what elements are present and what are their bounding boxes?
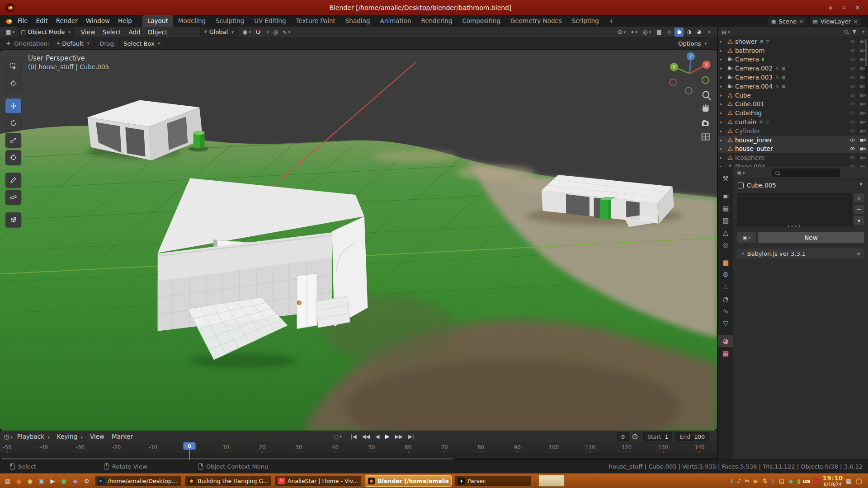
notes-icon[interactable]: ▦ xyxy=(846,478,851,484)
properties-editor-type-dropdown[interactable]: ≣▾ xyxy=(737,169,745,176)
disable-in-renders-toggle[interactable] xyxy=(860,136,866,144)
properties-tab-data[interactable]: ▽ xyxy=(718,317,733,329)
window-close-button[interactable]: × xyxy=(854,4,862,12)
disclosure-triangle-icon[interactable]: ▸ xyxy=(720,155,725,160)
hide-in-viewport-toggle[interactable] xyxy=(849,109,855,117)
properties-tab-render[interactable]: ▣ xyxy=(718,190,733,202)
material-slot-list[interactable]: •••• xyxy=(737,193,852,227)
pin-icon[interactable] xyxy=(859,182,863,189)
filter-icon[interactable] xyxy=(852,29,857,34)
properties-tab-object[interactable]: ■ xyxy=(718,256,733,268)
menu-window[interactable]: Window xyxy=(82,15,114,27)
outliner-item-camera-003[interactable]: ▸Camera.003∿▤ xyxy=(718,73,868,82)
gizmo-neg-z-ball[interactable] xyxy=(685,87,692,94)
timeline-menu-keying[interactable]: Keying ▾ xyxy=(53,433,86,440)
timeline-editor-type-dropdown[interactable]: ◷▾ xyxy=(4,433,13,440)
docked-widget[interactable] xyxy=(538,475,565,487)
music-icon[interactable]: ♪ xyxy=(737,478,741,484)
hide-in-viewport-toggle[interactable] xyxy=(849,154,855,161)
disable-in-renders-toggle[interactable] xyxy=(860,163,866,167)
workspace-tab-uv-editing[interactable]: UV Editing xyxy=(249,15,291,27)
hide-in-viewport-toggle[interactable] xyxy=(849,163,855,167)
outliner-item-plane-004[interactable]: ▸Plane.004 xyxy=(718,162,868,167)
snap-settings-dropdown[interactable]: ▾ xyxy=(263,28,271,37)
xray-toggle[interactable]: ▩ xyxy=(654,28,664,37)
disclosure-triangle-icon[interactable]: ▸ xyxy=(720,66,725,70)
properties-tab-particles[interactable]: ∴ xyxy=(718,281,733,293)
outliner-item-house-inner[interactable]: ▸house_inner xyxy=(718,136,868,145)
shading-rendered-button[interactable]: ◕ xyxy=(694,28,703,37)
timeline-channel-area[interactable] xyxy=(0,453,717,460)
menu-help[interactable]: Help xyxy=(114,15,136,27)
menu-file[interactable]: File xyxy=(14,15,32,27)
disclosure-triangle-icon[interactable]: ▸ xyxy=(720,57,725,61)
move-tool-icon[interactable] xyxy=(5,99,21,113)
workspace-tab-compositing[interactable]: Compositing xyxy=(457,15,505,27)
taskbar-window--home-amalie-desktop-[interactable]: >_/home/amalie/Desktop... xyxy=(95,475,182,487)
outliner-item-cubefog[interactable]: ▸CubeFog xyxy=(718,108,868,117)
green-cylinder[interactable] xyxy=(193,131,205,148)
properties-search-box[interactable] xyxy=(772,169,840,177)
play-button[interactable]: ▶ xyxy=(382,432,392,441)
app-menu-icon[interactable]: ▦ xyxy=(2,475,13,487)
select-box-tool-icon[interactable] xyxy=(5,59,21,74)
workspace-tab-geometry-nodes[interactable]: Geometry Nodes xyxy=(505,15,567,27)
outliner-item-cube[interactable]: ▸Cube xyxy=(718,91,868,100)
scene-unlink-icon[interactable]: × xyxy=(799,19,803,24)
outliner-item-camera[interactable]: ▸Camera▮ xyxy=(718,55,868,64)
timeline-ruler[interactable]: -50-40-30-20-100102030405060708090100110… xyxy=(0,442,717,453)
properties-tab-view-layer[interactable]: ▧ xyxy=(718,214,733,226)
play-reverse-button[interactable]: ◀ xyxy=(373,432,382,441)
outliner-item-camera-002[interactable]: ▸Camera.002∿▤ xyxy=(718,64,868,73)
window-menu-button[interactable]: ≡ xyxy=(840,4,848,12)
editor-type-dropdown[interactable]: ▦▾ xyxy=(4,28,17,37)
timeline-menu-marker[interactable]: Marker xyxy=(108,433,137,440)
annotate-tool-icon[interactable] xyxy=(5,173,21,188)
outliner-item-shower[interactable]: ▸shower⚙▽ xyxy=(718,37,868,46)
disclosure-triangle-icon[interactable]: ▸ xyxy=(720,146,725,151)
menu-render[interactable]: Render xyxy=(52,15,82,27)
disclosure-triangle-icon[interactable]: ▸ xyxy=(720,75,725,80)
properties-tab-constraints[interactable]: ∿ xyxy=(718,305,733,317)
current-frame-field[interactable]: 0 xyxy=(617,432,629,441)
babylon-section-header[interactable]: ▾ Babylon.js ver 3.3.1 ≡ xyxy=(737,249,864,258)
gizmo-neg-y-ball[interactable] xyxy=(702,77,709,84)
hide-in-viewport-toggle[interactable] xyxy=(849,145,855,152)
disclosure-triangle-icon[interactable]: ▸ xyxy=(720,39,725,44)
hide-in-viewport-toggle[interactable] xyxy=(849,136,855,144)
blender-logo-icon[interactable] xyxy=(4,15,14,27)
orientation-setting-dropdown[interactable]: ⌖ Default ▾ xyxy=(53,39,93,48)
properties-tab-world[interactable]: ◎ xyxy=(718,239,733,251)
menu-edit[interactable]: Edit xyxy=(32,15,52,27)
play-icon[interactable]: ▶ xyxy=(754,478,758,484)
disable-in-renders-toggle[interactable] xyxy=(860,145,866,152)
add-slot-button[interactable]: + xyxy=(854,193,864,203)
disable-in-renders-toggle[interactable] xyxy=(860,118,866,126)
hide-in-viewport-toggle[interactable] xyxy=(849,56,855,63)
display-icon[interactable]: ▤ xyxy=(779,478,784,484)
disclosure-triangle-icon[interactable]: ▸ xyxy=(720,48,725,53)
hide-in-viewport-toggle[interactable] xyxy=(849,38,855,45)
resize-grip[interactable]: •••• xyxy=(787,224,802,229)
auto-keying-toggle[interactable]: ◌▾ xyxy=(331,432,344,441)
hide-in-viewport-toggle[interactable] xyxy=(849,65,855,72)
transform-orientation-dropdown[interactable]: ⌖ Global ▾ xyxy=(200,27,238,37)
measure-tool-icon[interactable] xyxy=(5,190,21,205)
playhead[interactable]: 0 xyxy=(184,442,196,450)
workspace-tab-rendering[interactable]: Rendering xyxy=(416,15,457,27)
outliner-scrollbar[interactable] xyxy=(865,39,867,93)
outliner-search-icon[interactable] xyxy=(844,30,848,34)
viewport-menu-view[interactable]: View xyxy=(77,27,99,38)
battery-icon[interactable]: ▮ xyxy=(797,478,800,484)
shading-wireframe-button[interactable]: ◇ xyxy=(665,28,674,37)
workspace-tab-modeling[interactable]: Modeling xyxy=(173,15,211,27)
window-keep-above-button[interactable]: ◆ xyxy=(826,4,835,12)
shading-dropdown[interactable]: ▾ xyxy=(704,28,712,37)
jump-to-prev-keyframe-button[interactable]: ◀◀ xyxy=(360,432,373,441)
files-icon[interactable]: ▣ xyxy=(36,475,47,487)
outliner-item-cube-001[interactable]: ▸Cube.001 xyxy=(718,100,868,109)
disclosure-triangle-icon[interactable]: ▸ xyxy=(720,93,725,98)
power-icon[interactable]: ◯ xyxy=(855,478,862,484)
view-layer-remove-icon[interactable]: × xyxy=(854,19,858,24)
media-icon[interactable]: ▶ xyxy=(47,475,58,487)
